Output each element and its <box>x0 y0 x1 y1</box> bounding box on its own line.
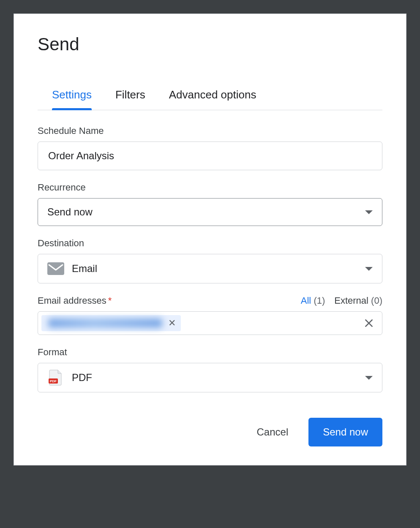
email-filter-tabs: All (1) External (0) <box>301 295 382 306</box>
caret-down-icon <box>365 210 373 214</box>
destination-field: Destination Email <box>38 238 382 283</box>
destination-select[interactable]: Email <box>38 254 382 283</box>
tab-filters[interactable]: Filters <box>115 84 145 110</box>
recurrence-field: Recurrence Send now <box>38 182 382 226</box>
email-icon <box>47 262 64 275</box>
email-chip: ✕ <box>41 315 181 331</box>
required-asterisk: * <box>108 295 112 306</box>
email-addresses-label: Email addresses * <box>38 295 112 306</box>
email-tab-external[interactable]: External (0) <box>334 295 382 306</box>
remove-chip-button[interactable]: ✕ <box>168 318 176 328</box>
dialog-title: Send <box>38 34 382 54</box>
recurrence-label: Recurrence <box>38 182 382 193</box>
schedule-name-label: Schedule Name <box>38 125 382 136</box>
format-value: PDF <box>72 372 92 384</box>
svg-text:PDF: PDF <box>50 379 57 383</box>
email-addresses-input[interactable]: ✕ <box>38 311 382 335</box>
schedule-name-field: Schedule Name <box>38 125 382 170</box>
pdf-icon: PDF <box>47 371 64 384</box>
tab-bar: Settings Filters Advanced options <box>38 84 382 110</box>
format-label: Format <box>38 347 382 358</box>
format-select[interactable]: PDF PDF <box>38 363 382 392</box>
email-tab-all[interactable]: All (1) <box>301 295 325 306</box>
send-now-button[interactable]: Send now <box>308 418 382 446</box>
caret-down-icon <box>365 267 373 271</box>
schedule-name-input-wrapper <box>38 142 382 170</box>
tab-settings[interactable]: Settings <box>52 84 92 110</box>
recurrence-value: Send now <box>47 206 93 218</box>
dialog-footer: Cancel Send now <box>38 418 382 446</box>
email-addresses-header: Email addresses * All (1) External (0) <box>38 295 382 306</box>
email-chip-text-redacted <box>48 318 162 328</box>
format-field: Format PDF PDF <box>38 347 382 392</box>
recurrence-select[interactable]: Send now <box>38 198 382 226</box>
schedule-name-input[interactable] <box>47 150 373 162</box>
tab-advanced-options[interactable]: Advanced options <box>169 84 256 110</box>
destination-value: Email <box>72 263 97 275</box>
svg-rect-0 <box>47 262 64 275</box>
destination-label: Destination <box>38 238 382 249</box>
caret-down-icon <box>365 376 373 380</box>
send-dialog: Send Settings Filters Advanced options S… <box>14 14 406 465</box>
clear-emails-button[interactable] <box>363 318 374 329</box>
email-addresses-field: Email addresses * All (1) External (0) ✕ <box>38 295 382 335</box>
cancel-button[interactable]: Cancel <box>254 421 292 443</box>
